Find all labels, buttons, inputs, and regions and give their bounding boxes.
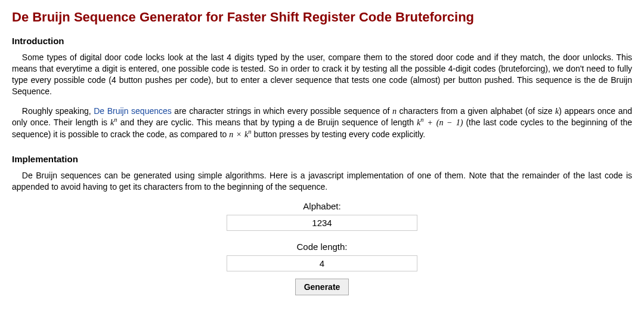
intro-paragraph-1: Some types of digital door code locks lo…: [12, 52, 632, 97]
intro-heading: Introduction: [12, 36, 632, 46]
implementation-paragraph-1: De Bruijn sequences can be generated usi…: [12, 170, 632, 193]
code-length-input[interactable]: [227, 255, 417, 271]
generate-button[interactable]: Generate: [295, 279, 349, 295]
generator-form: Alphabet: Code length: Generate: [12, 201, 632, 295]
intro-paragraph-2: Roughly speaking, De Bruijn sequences ar…: [12, 106, 632, 141]
alphabet-input[interactable]: [227, 215, 417, 231]
page-title: De Bruijn Sequence Generator for Faster …: [12, 10, 632, 25]
alphabet-label: Alphabet:: [303, 201, 340, 211]
de-bruijn-link[interactable]: De Bruijn sequences: [94, 106, 172, 116]
code-length-label: Code length:: [296, 242, 347, 252]
implementation-heading: Implementation: [12, 154, 632, 164]
